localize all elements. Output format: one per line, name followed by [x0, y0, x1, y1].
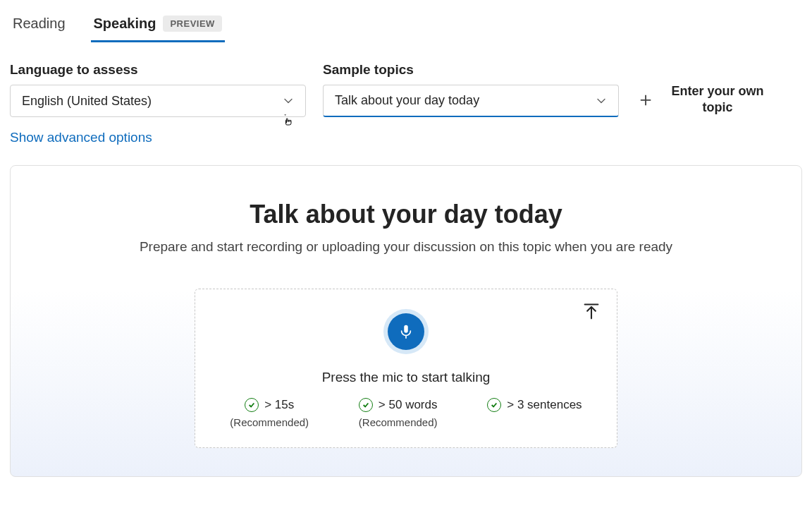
- topics-selected-value: Talk about your day today: [335, 93, 479, 108]
- panel-title: Talk about your day today: [27, 200, 785, 229]
- tab-bar: Reading Speaking PREVIEW: [10, 10, 802, 42]
- panel-subtitle: Prepare and start recording or uploading…: [27, 239, 785, 255]
- language-select[interactable]: English (United States): [10, 85, 306, 117]
- show-advanced-options-link[interactable]: Show advanced options: [10, 130, 152, 145]
- criterion-sub: (Recommended): [359, 416, 438, 428]
- record-card: Press the mic to start talking > 15s (Re…: [195, 289, 617, 448]
- microphone-icon: [398, 324, 414, 339]
- criterion-duration: > 15s (Recommended): [230, 398, 309, 428]
- mic-instruction: Press the mic to start talking: [212, 370, 600, 385]
- check-icon: [245, 398, 259, 412]
- check-icon: [487, 398, 501, 412]
- controls-row: Language to assess English (United State…: [10, 62, 802, 117]
- tab-speaking[interactable]: Speaking PREVIEW: [91, 10, 225, 42]
- criterion-text: > 15s: [264, 398, 294, 412]
- check-icon: [359, 398, 373, 412]
- upload-icon[interactable]: [582, 302, 601, 322]
- criterion-sub: (Recommended): [230, 416, 309, 428]
- criterion-text: > 3 sentences: [507, 398, 582, 412]
- topics-label: Sample topics: [323, 62, 619, 78]
- tab-speaking-label: Speaking: [94, 16, 156, 32]
- language-selected-value: English (United States): [22, 94, 152, 109]
- topics-select[interactable]: Talk about your day today: [323, 85, 619, 117]
- tab-reading[interactable]: Reading: [10, 10, 68, 42]
- topics-group: Sample topics Talk about your day today: [323, 62, 619, 117]
- criteria-row: > 15s (Recommended) > 50 words (Recommen…: [212, 398, 600, 428]
- preview-badge: PREVIEW: [163, 16, 221, 32]
- plus-icon: ＋: [636, 86, 656, 113]
- enter-own-label: Enter your own topic: [668, 83, 767, 116]
- criterion-sentences: > 3 sentences: [487, 398, 582, 428]
- criterion-text: > 50 words: [379, 398, 438, 412]
- main-panel: Talk about your day today Prepare and st…: [10, 165, 802, 477]
- svg-rect-2: [404, 325, 408, 333]
- language-label: Language to assess: [10, 62, 306, 78]
- language-group: Language to assess English (United State…: [10, 62, 306, 117]
- mic-inner: [388, 313, 424, 350]
- criterion-words: > 50 words (Recommended): [359, 398, 438, 428]
- chevron-down-icon: [596, 95, 607, 107]
- mic-button[interactable]: [383, 309, 429, 354]
- chevron-down-icon: [283, 95, 294, 107]
- enter-own-topic-button[interactable]: ＋ Enter your own topic: [636, 83, 767, 116]
